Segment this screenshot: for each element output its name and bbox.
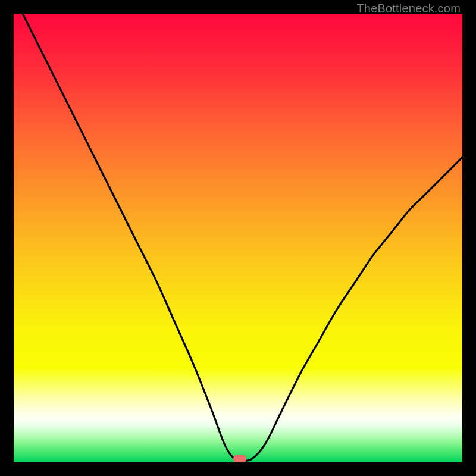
- optimal-marker: [233, 455, 246, 462]
- chart-frame: TheBottleneck.com: [0, 0, 476, 476]
- bottleneck-curve: [14, 14, 462, 461]
- watermark-text: TheBottleneck.com: [356, 2, 461, 15]
- plot-area: [14, 14, 462, 462]
- curve-layer: [14, 14, 462, 462]
